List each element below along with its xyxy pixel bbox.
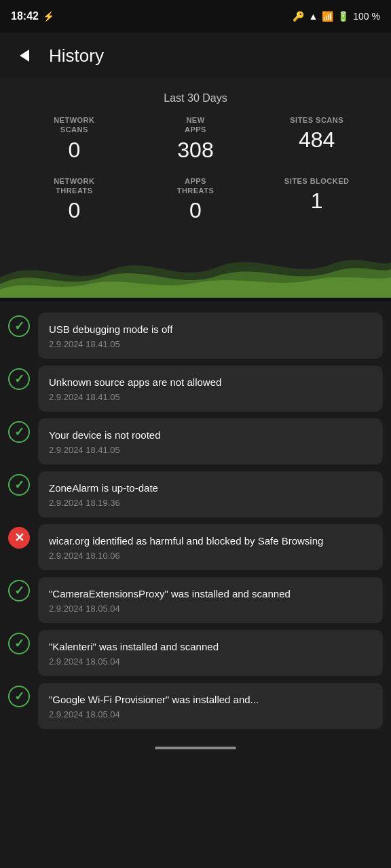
history-card-time: 2.9.2024 18.41.05 xyxy=(49,392,372,402)
history-card: "Kalenteri" was installed and scanned 2.… xyxy=(38,630,383,676)
success-icon: ✓ xyxy=(8,686,30,707)
stat-sites-blocked-value: 1 xyxy=(256,189,377,214)
stat-apps-threats: APPSTHREATS 0 xyxy=(135,176,257,224)
success-icon: ✓ xyxy=(8,633,30,654)
checkmark-icon: ✓ xyxy=(14,372,24,387)
history-card: "CameraExtensionsProxy" was installed an… xyxy=(38,577,383,623)
success-icon: ✓ xyxy=(8,580,30,601)
history-card-time: 2.9.2024 18.41.05 xyxy=(49,445,372,455)
battery-label: 100 % xyxy=(353,11,380,22)
stat-sites-blocked: Sites Blocked 1 xyxy=(256,176,377,224)
list-item: ✓ Unknown source apps are not allowed 2.… xyxy=(8,366,383,412)
history-card: ZoneAlarm is up-to-date 2.9.2024 18.19.3… xyxy=(38,471,383,517)
history-card-title: "CameraExtensionsProxy" was installed an… xyxy=(49,587,372,601)
page-title: History xyxy=(49,45,104,66)
history-card-title: wicar.org identified as harmful and bloc… xyxy=(49,534,372,548)
stats-period: Last 30 Days xyxy=(0,79,391,115)
history-card: "Google Wi-Fi Provisioner" was installed… xyxy=(38,683,383,729)
list-item: ✓ USB debugging mode is off 2.9.2024 18.… xyxy=(8,313,383,359)
time-label: 18:42 xyxy=(11,10,39,22)
history-card-time: 2.9.2024 18.10.06 xyxy=(49,551,372,561)
stat-sites-scans: Sites Scans 484 xyxy=(256,115,377,163)
list-item: ✓ "Google Wi-Fi Provisioner" was install… xyxy=(8,683,383,729)
stat-new-apps-label: NEWAPPS xyxy=(135,115,257,135)
key-icon: 🔑 xyxy=(293,11,304,22)
history-card-title: Unknown source apps are not allowed xyxy=(49,375,372,389)
stat-new-apps: NEWAPPS 308 xyxy=(135,115,257,163)
stat-network-threats-label: NETWORKTHREATS xyxy=(14,176,135,196)
stat-apps-threats-label: APPSTHREATS xyxy=(135,176,257,196)
history-card: Your device is not rooted 2.9.2024 18.41… xyxy=(38,418,383,465)
history-card-time: 2.9.2024 18.05.04 xyxy=(49,709,372,719)
history-card-title: ZoneAlarm is up-to-date xyxy=(49,481,372,495)
success-icon: ✓ xyxy=(8,315,30,337)
checkmark-icon: ✓ xyxy=(14,319,24,334)
checkmark-icon: ✓ xyxy=(14,583,24,598)
wave-chart xyxy=(0,230,391,298)
history-list: ✓ USB debugging mode is off 2.9.2024 18.… xyxy=(0,302,391,740)
history-card: Unknown source apps are not allowed 2.9.… xyxy=(38,366,383,412)
list-item: ✓ ZoneAlarm is up-to-date 2.9.2024 18.19… xyxy=(8,471,383,517)
history-card-time: 2.9.2024 18.19.36 xyxy=(49,498,372,508)
bottom-home-indicator xyxy=(155,747,236,749)
list-item: ✓ "CameraExtensionsProxy" was installed … xyxy=(8,577,383,623)
history-card-title: "Google Wi-Fi Provisioner" was installed… xyxy=(49,692,372,707)
signal-icon: 📶 xyxy=(322,11,333,22)
list-item: ✕ wicar.org identified as harmful and bl… xyxy=(8,524,383,570)
stat-new-apps-value: 308 xyxy=(135,138,257,163)
status-bar: 18:42 ⚡ 🔑 ▲ 📶 🔋 100 % xyxy=(0,0,391,33)
history-card-time: 2.9.2024 18.41.05 xyxy=(49,339,372,349)
checkmark-icon: ✓ xyxy=(14,425,24,439)
stat-apps-threats-value: 0 xyxy=(135,198,257,223)
history-card-title: Your device is not rooted xyxy=(49,428,372,442)
stat-sites-scans-label: Sites Scans xyxy=(256,115,377,125)
stat-network-scans-label: NETWORKSCANS xyxy=(14,115,135,135)
wifi-icon: ▲ xyxy=(308,11,318,22)
status-icons: 🔑 ▲ 📶 🔋 100 % xyxy=(293,11,380,22)
stat-sites-scans-value: 484 xyxy=(256,127,377,153)
success-icon: ✓ xyxy=(8,474,30,496)
history-card-time: 2.9.2024 18.05.04 xyxy=(49,656,372,667)
success-icon: ✓ xyxy=(8,421,30,443)
history-card-title: "Kalenteri" was installed and scanned xyxy=(49,639,372,654)
battery-icon: 🔋 xyxy=(337,11,349,22)
checkmark-icon: ✓ xyxy=(14,689,24,704)
x-mark-icon: ✕ xyxy=(14,530,24,545)
checkmark-icon: ✓ xyxy=(14,636,24,651)
history-card-time: 2.9.2024 18.05.04 xyxy=(49,604,372,614)
stat-network-scans-value: 0 xyxy=(14,138,135,163)
list-item: ✓ Your device is not rooted 2.9.2024 18.… xyxy=(8,418,383,465)
back-button[interactable] xyxy=(11,42,38,69)
zen-icon: ⚡ xyxy=(43,11,54,22)
list-item: ✓ "Kalenteri" was installed and scanned … xyxy=(8,630,383,676)
stat-network-threats: NETWORKTHREATS 0 xyxy=(14,176,135,224)
stats-grid: NETWORKSCANS 0 NEWAPPS 308 Sites Scans 4… xyxy=(0,115,391,223)
bottom-nav-bar xyxy=(0,740,391,756)
status-time: 18:42 ⚡ xyxy=(11,10,54,22)
history-card: wicar.org identified as harmful and bloc… xyxy=(38,524,383,570)
back-arrow-icon xyxy=(20,50,29,62)
stat-sites-blocked-label: Sites Blocked xyxy=(256,176,377,186)
stats-section: Last 30 Days NETWORKSCANS 0 NEWAPPS 308 … xyxy=(0,79,391,298)
stat-network-threats-value: 0 xyxy=(14,198,135,223)
checkmark-icon: ✓ xyxy=(14,477,24,492)
top-bar: History xyxy=(0,33,391,79)
danger-icon: ✕ xyxy=(8,527,30,549)
history-card: USB debugging mode is off 2.9.2024 18.41… xyxy=(38,313,383,359)
success-icon: ✓ xyxy=(8,368,30,390)
history-card-title: USB debugging mode is off xyxy=(49,322,372,336)
stat-network-scans: NETWORKSCANS 0 xyxy=(14,115,135,163)
